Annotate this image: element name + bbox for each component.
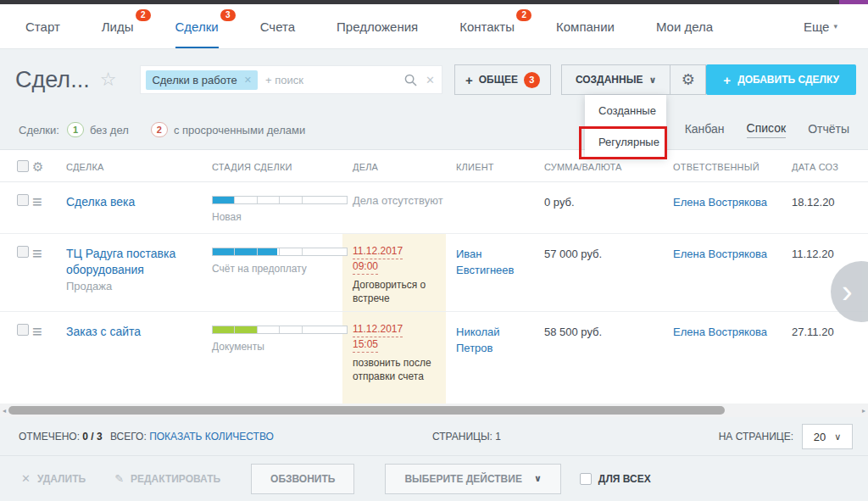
columns-gear-icon[interactable]: ⚙ xyxy=(32,159,43,174)
show-count-link[interactable]: ПОКАЗАТЬ КОЛИЧЕСТВО xyxy=(149,431,274,443)
column-header-deal[interactable]: СДЕЛКА xyxy=(56,150,202,181)
nav-item-start[interactable]: Старт xyxy=(25,4,60,48)
row-menu-icon[interactable]: ≡ xyxy=(32,192,42,211)
nav-item-companies[interactable]: Компании xyxy=(556,4,615,48)
column-header-created[interactable]: ДАТА СОЗ xyxy=(782,150,868,181)
activity-time-link[interactable]: 09:00 xyxy=(353,259,378,275)
per-page-label: НА СТРАНИЦЕ: xyxy=(719,431,793,443)
column-header-tasks[interactable]: ДЕЛА xyxy=(342,150,446,181)
client-link[interactable]: Иван Евстигнеев xyxy=(456,248,514,276)
crm-deals-page: Старт Лиды2 Сделки3 Счета Предложения Ко… xyxy=(0,0,868,501)
view-switcher: Канбан Список Отчёты xyxy=(663,121,849,138)
nav-item-contacts[interactable]: Контакты2 xyxy=(459,4,515,48)
edit-button[interactable]: ✎ РЕДАКТИРОВАТЬ xyxy=(114,472,220,485)
main-nav: Старт Лиды2 Сделки3 Счета Предложения Ко… xyxy=(0,4,868,49)
add-deal-button[interactable]: + ДОБАВИТЬ СДЕЛКУ xyxy=(706,64,856,95)
column-header-responsible[interactable]: ОТВЕТСТВЕННЫЙ xyxy=(663,150,782,181)
activity-text: Договориться о встрече xyxy=(353,278,446,307)
deal-name-link[interactable]: Заказ с сайта xyxy=(66,324,141,340)
filter-search-box[interactable]: Сделки в работе ✕ + поиск ✕ xyxy=(140,65,442,94)
row-menu-icon[interactable]: ≡ xyxy=(32,244,42,263)
for-all-label: ДЛЯ ВСЕХ xyxy=(598,473,651,485)
stage-progress-bar[interactable] xyxy=(212,326,348,334)
created-dropdown-button[interactable]: СОЗДАННЫЕ ∨ xyxy=(562,65,670,94)
client-link[interactable]: Николай Петров xyxy=(456,326,500,354)
clear-search-icon[interactable]: ✕ xyxy=(426,74,435,86)
stage-progress-bar[interactable] xyxy=(212,248,348,256)
scrollbar-track[interactable] xyxy=(8,406,860,415)
view-tab-reports[interactable]: Отчёты xyxy=(808,122,849,138)
view-tab-list[interactable]: Список xyxy=(747,121,787,138)
call-button[interactable]: ОБЗВОНИТЬ xyxy=(251,464,354,494)
table-row: ≡ ТЦ Радуга поставка оборудованияПродажа… xyxy=(0,234,868,312)
common-filter-button[interactable]: + ОБЩЕЕ 3 xyxy=(454,64,551,95)
activity-text: позвонить после отправки счета xyxy=(353,356,446,385)
scrollbar-thumb[interactable] xyxy=(8,406,725,415)
no-activity-text: Дела отсутствуют xyxy=(353,192,446,207)
chevron-down-icon: ▾ xyxy=(833,22,837,31)
deals-table: ⚙ СДЕЛКА СТАДИЯ СДЕЛКИ ДЕЛА КЛИЕНТ СУММА… xyxy=(0,150,868,404)
per-page-control: НА СТРАНИЦЕ: 20 ∨ xyxy=(719,424,853,449)
view-tab-kanban[interactable]: Канбан xyxy=(685,122,725,138)
activity-date-link[interactable]: 11.12.2017 xyxy=(353,322,403,337)
stage-progress-bar[interactable] xyxy=(212,196,348,204)
nav-item-deals[interactable]: Сделки3 xyxy=(175,4,219,48)
overdue-label: с просроченными делами xyxy=(174,124,305,136)
per-page-select[interactable]: 20 ∨ xyxy=(802,424,853,449)
overdue-count-badge[interactable]: 2 xyxy=(151,122,168,137)
marked-counter: ОТМЕЧЕНО: 0 / 3 xyxy=(19,431,103,443)
nav-item-invoices[interactable]: Счета xyxy=(260,4,295,48)
row-menu-icon[interactable]: ≡ xyxy=(32,322,42,341)
column-header-client[interactable]: КЛИЕНТ xyxy=(446,150,534,181)
no-tasks-count-badge[interactable]: 1 xyxy=(67,122,84,137)
deals-stats: Сделки: 1 без дел 2 с просроченными дела… xyxy=(19,122,305,137)
nav-badge: 2 xyxy=(516,9,531,21)
search-placeholder[interactable]: + поиск xyxy=(265,74,404,86)
dropdown-item-created[interactable]: Созданные xyxy=(585,95,666,126)
column-header-stage[interactable]: СТАДИЯ СДЕЛКИ xyxy=(202,150,342,181)
chevron-right-icon: › xyxy=(842,274,853,310)
chip-remove-icon[interactable]: ✕ xyxy=(244,75,252,86)
search-icon[interactable] xyxy=(404,74,417,86)
chevron-down-icon: ∨ xyxy=(648,75,656,86)
choose-action-button[interactable]: ВЫБЕРИТЕ ДЕЙСТВИЕ ∨ xyxy=(385,464,560,494)
activity-date-link[interactable]: 11.12.2017 xyxy=(353,244,403,259)
nav-item-my-tasks[interactable]: Мои дела xyxy=(656,4,713,48)
nav-item-quotes[interactable]: Предложения xyxy=(337,4,418,48)
responsible-link[interactable]: Елена Вострякова xyxy=(673,247,767,262)
table-header-row: ⚙ СДЕЛКА СТАДИЯ СДЕЛКИ ДЕЛА КЛИЕНТ СУММА… xyxy=(0,150,868,182)
page-title: Сдел... xyxy=(15,67,90,93)
nav-item-more[interactable]: Еще▾ xyxy=(804,4,837,48)
deal-name-link[interactable]: ТЦ Радуга поставка оборудования xyxy=(66,246,202,278)
gear-icon: ⚙ xyxy=(682,70,695,89)
favorite-star-icon[interactable]: ☆ xyxy=(100,69,117,91)
stage-label: Документы xyxy=(212,341,342,353)
activity-cell: 11.12.2017 15:05 позвонить после отправк… xyxy=(342,312,446,404)
created-date-cell: 11.12.20 xyxy=(792,248,834,260)
scrollbar-left-arrow-icon[interactable]: ◂ xyxy=(0,407,8,415)
created-settings-group: СОЗДАННЫЕ ∨ ⚙ xyxy=(561,64,706,95)
nav-item-leads[interactable]: Лиды2 xyxy=(102,4,134,48)
responsible-link[interactable]: Елена Вострякова xyxy=(673,195,767,210)
settings-gear-button[interactable]: ⚙ xyxy=(670,65,705,94)
for-all-checkbox[interactable] xyxy=(580,473,592,485)
scrollbar-right-arrow-icon[interactable]: ▸ xyxy=(860,407,868,415)
chevron-down-icon: ∨ xyxy=(834,431,841,443)
dropdown-item-regular[interactable]: Регулярные xyxy=(585,126,666,158)
activity-time-link[interactable]: 15:05 xyxy=(353,337,378,353)
plus-icon: + xyxy=(723,73,731,87)
nav-badge: 2 xyxy=(136,9,151,21)
delete-button[interactable]: ✕ УДАЛИТЬ xyxy=(21,472,86,485)
stats-prefix: Сделки: xyxy=(19,124,59,136)
created-date-cell: 18.12.20 xyxy=(792,196,835,209)
filter-chip-label: Сделки в работе xyxy=(152,74,236,86)
created-date-cell: 27.11.20 xyxy=(792,326,834,338)
horizontal-scrollbar[interactable]: ◂ ▸ xyxy=(0,404,868,417)
plus-icon: + xyxy=(465,73,473,87)
amount-cell: 0 руб. xyxy=(544,196,575,209)
deal-name-link[interactable]: Сделка века xyxy=(66,194,135,210)
browser-edge-accent xyxy=(839,0,868,4)
filter-chip[interactable]: Сделки в работе ✕ xyxy=(146,70,258,90)
responsible-link[interactable]: Елена Вострякова xyxy=(673,325,767,340)
browser-edge-strip xyxy=(0,0,868,4)
